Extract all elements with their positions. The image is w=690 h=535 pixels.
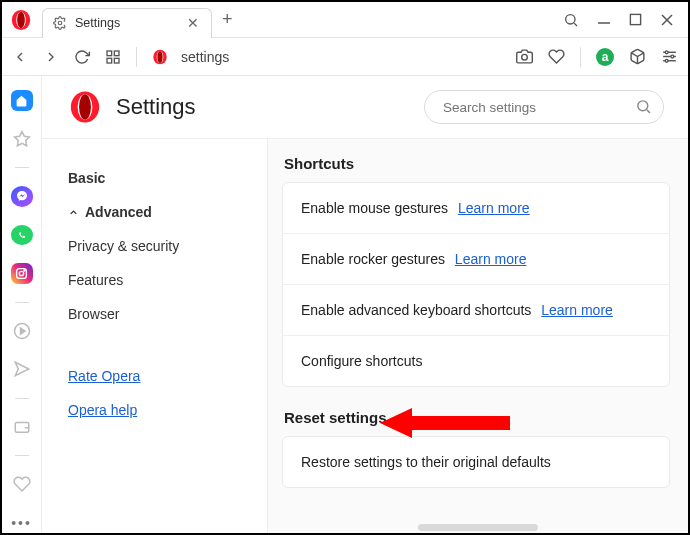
sidebar-whatsapp-icon[interactable]: [11, 225, 33, 246]
svg-rect-10: [107, 51, 112, 56]
separator: [15, 167, 29, 168]
svg-point-34: [79, 94, 91, 120]
row-rocker-gestures[interactable]: Enable rocker gestures Learn more: [283, 233, 669, 284]
svg-point-16: [157, 51, 162, 63]
sidebar-more-icon[interactable]: •••: [11, 513, 33, 534]
page-title: Settings: [116, 94, 196, 120]
settings-logo-icon: [68, 90, 102, 124]
nav-features[interactable]: Features: [68, 263, 257, 297]
new-tab-button[interactable]: +: [212, 9, 243, 30]
nav-basic[interactable]: Basic: [68, 161, 257, 195]
svg-marker-30: [20, 328, 25, 334]
svg-point-24: [665, 59, 668, 62]
svg-line-5: [574, 23, 577, 26]
sidebar-star-icon[interactable]: [11, 129, 33, 150]
forward-button[interactable]: [43, 49, 59, 65]
search-input[interactable]: [424, 90, 664, 124]
sidebar-play-icon[interactable]: [11, 321, 33, 342]
chevron-up-icon: [68, 207, 79, 218]
row-restore-defaults[interactable]: Restore settings to their original defau…: [283, 437, 669, 487]
separator: [15, 398, 29, 399]
row-configure-shortcuts[interactable]: Configure shortcuts: [283, 335, 669, 386]
gear-icon: [53, 16, 67, 30]
separator: [136, 47, 137, 67]
nav-browser[interactable]: Browser: [68, 297, 257, 331]
svg-marker-25: [14, 131, 29, 145]
shortcuts-card: Enable mouse gestures Learn more Enable …: [282, 182, 670, 387]
row-mouse-gestures[interactable]: Enable mouse gestures Learn more: [283, 183, 669, 233]
sidebar-instagram-icon[interactable]: [11, 263, 33, 284]
svg-point-17: [522, 54, 528, 60]
svg-point-3: [58, 21, 62, 25]
row-label: Enable advanced keyboard shortcuts: [301, 302, 531, 318]
nav-advanced-label: Advanced: [85, 204, 152, 220]
heart-icon[interactable]: [548, 48, 565, 65]
settings-nav: Basic Advanced Privacy & security Featur…: [42, 139, 267, 533]
speed-dial-icon[interactable]: [105, 49, 121, 65]
minimize-button[interactable]: [597, 13, 611, 27]
separator: [580, 47, 581, 67]
scrollbar[interactable]: [418, 524, 538, 531]
svg-rect-11: [114, 51, 119, 56]
svg-point-4: [566, 14, 575, 23]
nav-opera-help[interactable]: Opera help: [68, 393, 257, 427]
snapshot-icon[interactable]: [516, 48, 533, 65]
sidebar-send-icon[interactable]: [11, 359, 33, 380]
svg-point-27: [19, 271, 23, 275]
svg-rect-12: [107, 58, 112, 63]
search-icon: [635, 98, 652, 115]
extension-badge[interactable]: a: [596, 48, 614, 66]
cube-icon[interactable]: [629, 48, 646, 65]
back-button[interactable]: [12, 49, 28, 65]
address-text[interactable]: settings: [181, 49, 229, 65]
svg-rect-13: [114, 58, 119, 63]
reload-button[interactable]: [74, 49, 90, 65]
window-search-icon[interactable]: [563, 12, 579, 28]
svg-point-35: [638, 101, 648, 111]
learn-more-link[interactable]: Learn more: [455, 251, 527, 267]
browser-tab[interactable]: Settings ✕: [42, 8, 212, 38]
section-reset-title: Reset settings: [284, 409, 670, 426]
maximize-button[interactable]: [629, 13, 642, 26]
sidebar-wallet-icon[interactable]: [11, 417, 33, 438]
row-label: Enable mouse gestures: [301, 200, 448, 216]
opera-icon: [152, 48, 170, 66]
nav-advanced[interactable]: Advanced: [68, 195, 257, 229]
settings-main: Shortcuts Enable mouse gestures Learn mo…: [267, 139, 688, 533]
sidebar-messenger-icon[interactable]: [11, 186, 33, 207]
separator: [15, 302, 29, 303]
sidebar-home-icon[interactable]: [11, 90, 33, 111]
svg-point-23: [671, 55, 674, 58]
svg-point-28: [24, 270, 25, 271]
separator: [15, 455, 29, 456]
learn-more-link[interactable]: Learn more: [541, 302, 613, 318]
learn-more-link[interactable]: Learn more: [458, 200, 530, 216]
sidebar-heart-icon[interactable]: [11, 474, 33, 495]
svg-line-36: [647, 110, 650, 113]
opera-sidebar: •••: [2, 76, 42, 533]
tab-title: Settings: [75, 16, 183, 30]
section-shortcuts-title: Shortcuts: [284, 155, 670, 172]
svg-point-2: [17, 11, 25, 28]
row-label: Enable rocker gestures: [301, 251, 445, 267]
svg-rect-7: [630, 14, 640, 24]
row-keyboard-shortcuts[interactable]: Enable advanced keyboard shortcuts Learn…: [283, 284, 669, 335]
close-tab-button[interactable]: ✕: [183, 15, 203, 31]
nav-rate-opera[interactable]: Rate Opera: [68, 359, 257, 393]
opera-logo-icon: [8, 7, 34, 33]
reset-card: Restore settings to their original defau…: [282, 436, 670, 488]
nav-privacy[interactable]: Privacy & security: [68, 229, 257, 263]
svg-point-22: [665, 51, 668, 54]
easy-setup-icon[interactable]: [661, 48, 678, 65]
close-window-button[interactable]: [660, 13, 674, 27]
